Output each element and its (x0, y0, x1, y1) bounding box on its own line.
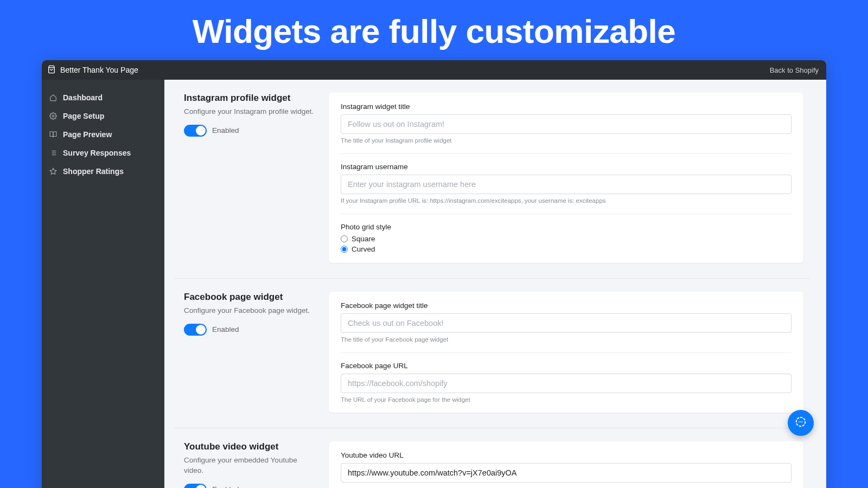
topbar: Better Thank You Page Back to Shopify (42, 60, 826, 80)
field-label: Facebook page URL (341, 362, 792, 370)
instagram-username-input[interactable] (341, 175, 792, 194)
section-description: Configure your Instagram profile widget. (184, 107, 318, 117)
section-title: Facebook page widget (184, 292, 318, 303)
svg-point-10 (800, 421, 801, 422)
help-text: If your Instagram profile URL is: https:… (341, 197, 792, 204)
instagram-title-input[interactable] (341, 114, 792, 134)
svg-point-0 (52, 115, 54, 117)
toggle-label: Enabled (212, 325, 239, 333)
field-label: Photo grid style (341, 223, 792, 231)
radio-input[interactable] (341, 235, 348, 242)
section-description: Configure your embedded Youtube video. (184, 455, 318, 476)
sidebar-item-survey-responses[interactable]: Survey Responses (42, 144, 164, 162)
app-name: Better Thank You Page (60, 66, 138, 74)
radio-label: Square (352, 235, 375, 243)
section-title: Youtube video widget (184, 441, 318, 452)
toggle-label: Enabled (212, 485, 239, 488)
instagram-card: Instagram widget title The title of your… (329, 93, 803, 263)
help-text: The URL of your Facebook page for the wi… (341, 396, 792, 403)
youtube-url-input[interactable] (341, 463, 792, 483)
radio-curved[interactable]: Curved (341, 245, 792, 253)
sidebar-item-label: Shopper Ratings (63, 167, 124, 176)
shopping-bag-icon (47, 65, 56, 75)
youtube-card: Youtube video URL (329, 441, 803, 488)
enabled-toggle[interactable] (184, 125, 207, 137)
enabled-toggle[interactable] (184, 324, 207, 336)
list-icon (49, 149, 57, 157)
field-label: Instagram widget title (341, 102, 792, 111)
hero-title: Widgets are fully customizable (0, 0, 868, 60)
radio-input[interactable] (341, 246, 348, 253)
instagram-section: Instagram profile widget Configure your … (174, 80, 810, 278)
help-text: The title of your Instagram profile widg… (341, 137, 792, 144)
sidebar-item-label: Survey Responses (63, 149, 131, 157)
facebook-card: Facebook page widget title The title of … (329, 292, 803, 413)
sidebar-item-shopper-ratings[interactable]: Shopper Ratings (42, 162, 164, 181)
sidebar-item-page-preview[interactable]: Page Preview (42, 125, 164, 144)
radio-label: Curved (352, 245, 375, 253)
facebook-title-input[interactable] (341, 313, 792, 333)
facebook-section: Facebook page widget Configure your Face… (174, 278, 810, 428)
field-label: Youtube video URL (341, 451, 792, 459)
section-title: Instagram profile widget (184, 93, 318, 104)
sidebar-item-label: Dashboard (63, 93, 103, 102)
app-brand: Better Thank You Page (47, 65, 138, 75)
svg-point-9 (799, 421, 800, 422)
book-open-icon (49, 131, 57, 138)
youtube-section: Youtube video widget Configure your embe… (174, 428, 810, 488)
app-window: Better Thank You Page Back to Shopify Da… (42, 60, 826, 488)
sidebar: Dashboard Page Setup Page Preview Survey… (42, 80, 164, 488)
facebook-url-input[interactable] (341, 374, 792, 393)
section-description: Configure your Facebook page widget. (184, 306, 318, 316)
help-text: The title of your Facebook page widget (341, 336, 792, 343)
svg-marker-7 (50, 168, 56, 174)
content-area: Instagram profile widget Configure your … (164, 80, 826, 488)
chat-icon (795, 416, 807, 430)
home-icon (49, 94, 57, 101)
svg-point-11 (802, 421, 803, 422)
sidebar-item-dashboard[interactable]: Dashboard (42, 88, 164, 107)
back-to-shopify-link[interactable]: Back to Shopify (770, 66, 819, 74)
enabled-toggle[interactable] (184, 484, 207, 488)
sidebar-item-page-setup[interactable]: Page Setup (42, 107, 164, 125)
chat-fab[interactable] (788, 410, 814, 436)
sidebar-item-label: Page Preview (63, 130, 112, 139)
star-icon (49, 168, 57, 175)
field-label: Facebook page widget title (341, 301, 792, 310)
radio-square[interactable]: Square (341, 235, 792, 243)
toggle-label: Enabled (212, 126, 239, 134)
gear-icon (49, 112, 57, 120)
sidebar-item-label: Page Setup (63, 112, 104, 120)
field-label: Instagram username (341, 163, 792, 171)
